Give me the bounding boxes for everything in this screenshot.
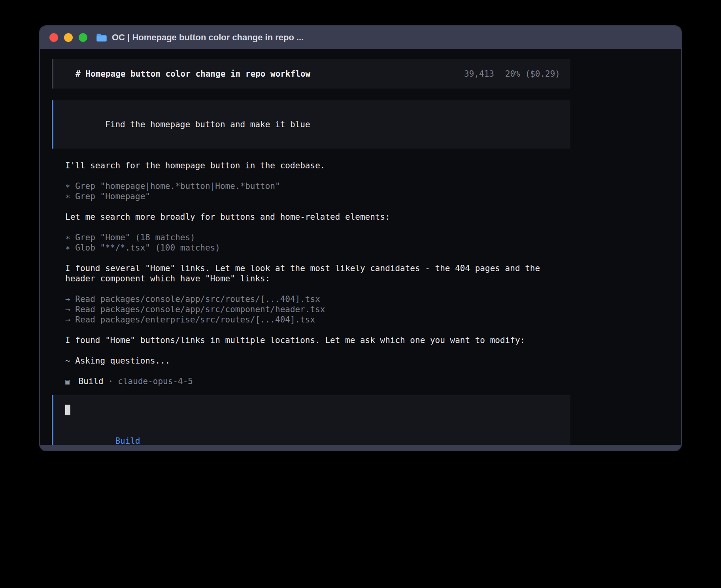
minimize-button[interactable] [64,33,73,42]
session-title: # Homepage button color change in repo w… [75,69,310,79]
tool-call-grep: ∗ Grep "Home" (18 matches) [65,232,564,243]
session-header: # Homepage button color change in repo w… [52,59,570,89]
terminal-window: OC | Homepage button color change in rep… [39,25,682,451]
tool-call-grep: ∗ Grep "Homepage" [65,191,564,202]
user-message-text: Find the homepage button and make it blu… [105,120,310,129]
file-read-line: → Read packages/console/app/src/routes/[… [65,294,564,304]
session-stats: 39,413 20% ($0.29) [464,69,560,79]
agent-separator: · [108,376,113,386]
prompt-input[interactable]: Build Claude Opus 4.5 OpenCode Zen [52,395,570,451]
tool-call-group-2: ∗ Grep "Home" (18 matches) ∗ Glob "**/*.… [65,232,564,253]
agent-mode-label: Build [115,436,140,446]
text-cursor [65,405,70,415]
assistant-text-ask: I found "Home" buttons/links in multiple… [65,335,564,345]
token-count: 39,413 [464,69,494,79]
tool-call-glob: ∗ Glob "**/*.tsx" (100 matches) [65,243,564,253]
assistant-text-intro: I'll search for the homepage button in t… [65,160,564,171]
close-button[interactable] [49,33,58,42]
tool-call-group-1: ∗ Grep "homepage|home.*button|Home.*butt… [65,181,564,202]
desktop: OC | Homepage button color change in rep… [0,0,721,588]
user-message: Find the homepage button and make it blu… [52,100,570,149]
agent-icon: ▣ [65,376,70,386]
window-bottom-edge [40,445,681,450]
file-read-group: → Read packages/console/app/src/routes/[… [65,294,564,325]
agent-model: claude-opus-4-5 [118,376,193,386]
file-read-line: → Read packages/enterprise/src/routes/[.… [65,315,564,325]
titlebar[interactable]: OC | Homepage button color change in rep… [40,26,681,49]
context-cost: 20% ($0.29) [505,69,560,79]
terminal-content[interactable]: # Homepage button color change in repo w… [52,59,570,451]
window-title: OC | Homepage button color change in rep… [112,32,304,43]
assistant-text-broaden: Let me search more broadly for buttons a… [65,212,564,222]
zoom-button[interactable] [79,33,87,42]
status-line: ~ Asking questions... [65,356,564,366]
file-read-line: → Read packages/console/app/src/componen… [65,304,564,315]
assistant-output: I'll search for the homepage button in t… [65,160,564,386]
agent-name: Build [78,376,103,386]
agent-badge: ▣ Build · claude-opus-4-5 [65,376,564,386]
folder-icon [96,33,107,42]
traffic-lights [49,33,87,42]
tool-call-grep: ∗ Grep "homepage|home.*button|Home.*butt… [65,181,564,191]
assistant-text-candidates: I found several "Home" links. Let me loo… [65,263,564,284]
